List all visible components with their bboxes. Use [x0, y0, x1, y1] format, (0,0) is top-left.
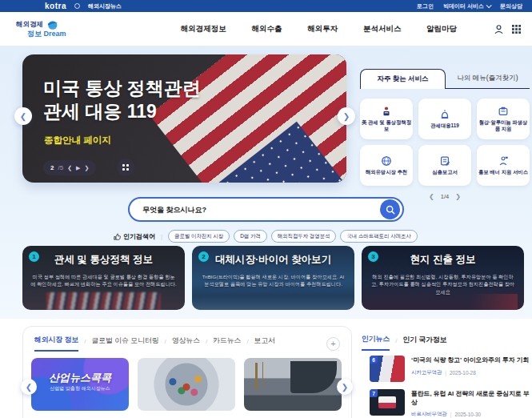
user-icon[interactable]: [494, 24, 504, 34]
promo-card-tariff-policy[interactable]: 1 관세 및 통상정책 정보 미국 정부 정책에 따른 관세대응 및 글로벌 통…: [22, 246, 185, 310]
tab-card-news[interactable]: 카드뉴스: [213, 336, 241, 351]
tab-video-news[interactable]: 영상뉴스: [172, 336, 200, 351]
chevron-down-icon: [486, 2, 492, 8]
thumbnail-shipyard-image[interactable]: [244, 358, 342, 411]
hero-page-total: /5: [58, 164, 63, 171]
bigdata-service-link[interactable]: 빅데이터 서비스: [443, 2, 490, 10]
promo-description: 미국 정부 정책에 따른 관세대응 및 글로벌 통상 환경 동향을 한눈에 확인…: [30, 273, 177, 288]
nav-item-analysis[interactable]: 분석서비스: [363, 24, 402, 34]
nav-item-export[interactable]: 해외수출: [252, 24, 282, 34]
logo-text-top: 해외경제: [16, 21, 43, 28]
news-date: 2025-10-30: [454, 412, 481, 417]
utility-bar: kotra 해외시장뉴스 로그인 빅데이터 서비스 문의상담: [0, 0, 532, 12]
news-source: 바르샤바무역관: [411, 411, 447, 418]
tab-overseas-market-info[interactable]: 해외시장 정보: [34, 336, 78, 352]
keyword-chip[interactable]: 해외직접투자 경영분석: [271, 230, 337, 243]
news-thumbnail-poland: 7: [370, 389, 405, 416]
report-icon: [439, 155, 450, 167]
siren-icon: [439, 109, 450, 120]
tab-global-issue-monitoring[interactable]: 글로벌 이슈 모니터링: [91, 336, 158, 351]
apps-grid-icon[interactable]: [512, 25, 521, 34]
news-thumbnail-flag: 6: [370, 356, 405, 382]
hero-subtitle: 종합안내 페이지: [44, 135, 111, 147]
banner-person-icon: [498, 155, 509, 167]
promo-title: 관세 및 통상정책 정보: [22, 253, 185, 267]
tab-separator: /: [246, 338, 248, 350]
popular-keywords-row: 인기검색어 | 글로벌 이차전지 시장 D램 가격 해외직접투자 경영분석 국내…: [114, 230, 450, 243]
overseas-market-news-link[interactable]: 해외시장뉴스: [88, 2, 122, 10]
promo-card-local-entry[interactable]: 3 현지 진출 정보 해외 진출에 필요한 최신법령, 시장동향, 투자유망분야…: [362, 246, 524, 310]
nav-menu: 해외경제정보 해외수출 해외투자 분석서비스 알림마당: [112, 24, 494, 34]
service-tile-us-tariff-policy[interactable]: 美 관세 및 통상정책정보: [360, 98, 413, 139]
search-input[interactable]: [142, 206, 380, 214]
hero-grid-view-button[interactable]: [117, 159, 134, 176]
quick-services-panel: 자주 찾는 서비스 나의 메뉴(즐겨찾기) 美 관세 및 통상정책정보 관세대응…: [360, 69, 530, 200]
tab-my-menu[interactable]: 나의 메뉴(즐겨찾기): [446, 69, 530, 89]
market-info-thumbnails: 산업뉴스콕콕 산업별 맞춤형 해외시장뉴스: [23, 352, 351, 411]
market-prev-button[interactable]: ❮: [21, 379, 37, 395]
promo-title: 현지 진출 정보: [362, 253, 524, 267]
tab-separator: /: [165, 338, 166, 350]
keyword-chip[interactable]: D램 가격: [234, 230, 267, 243]
news-source: 시카고무역관: [411, 369, 442, 376]
divider: |: [445, 370, 446, 376]
search-icon: [386, 205, 395, 215]
popular-news-card: 인기뉴스 / 인기 국가정보 6 ‘미국의 식량 창고’ 아이오와주의 투자 기…: [360, 326, 530, 418]
rank-badge: 6: [370, 356, 378, 364]
keyword-chip[interactable]: 글로벌 이차전지 시장: [168, 230, 230, 243]
nav-item-overseas-economy[interactable]: 해외경제정보: [181, 24, 226, 34]
contact-link[interactable]: 문의상담: [500, 2, 522, 10]
quick-prev-icon[interactable]: ❮: [429, 193, 434, 200]
popular-keywords-label: 인기검색어: [114, 232, 155, 241]
tab-popular-news[interactable]: 인기뉴스: [362, 335, 390, 351]
hero-banner[interactable]: 미국 통상 정책관련 관세 대응 119 종합안내 페이지 2 /5 ❮ ▶ ❯: [22, 54, 346, 183]
divider: |: [161, 233, 162, 240]
service-tile-promo-banner[interactable]: 홍보 배너 지원 서비스: [477, 145, 530, 186]
kotra-dream-homepage: kotra 해외시장뉴스 로그인 빅데이터 서비스 문의상담 해외경제 정보 D…: [0, 0, 532, 418]
promo-description: TriBIG(트라이빅)을 활용해 새로운 시장, 바이어를 찾아보세요. AI…: [200, 273, 346, 288]
promo-card-alt-market-buyer[interactable]: 2 대체시장·바이어 찾아보기 TriBIG(트라이빅)을 활용해 새로운 시장…: [192, 246, 354, 310]
news-item[interactable]: 6 ‘미국의 식량 창고’ 아이오와주의 투자 기회 시카고무역관 | 2025…: [370, 356, 530, 382]
banner-subtitle: 산업별 맞춤형 해외시장뉴스: [31, 385, 129, 392]
hero-prev-icon[interactable]: ❮: [67, 165, 72, 171]
search-bar: [128, 197, 404, 222]
tab-separator: /: [206, 338, 207, 350]
promo-description: 해외 진출에 필요한 최신법령, 시장동향, 투자유망분야 등 확인하고, 투자…: [370, 273, 516, 295]
news-title: ‘미국의 식량 창고’ 아이오와주의 투자 기회: [411, 356, 529, 365]
promo-title: 대체시장·바이어 찾아보기: [192, 253, 354, 267]
thumbnail-pharma-image[interactable]: [138, 358, 235, 411]
service-tile-indepth-report[interactable]: 심층보고서: [418, 145, 471, 186]
tab-separator: /: [395, 337, 397, 349]
tab-popular-country-info[interactable]: 인기 국가정보: [402, 336, 446, 350]
hero-play-icon[interactable]: ▶: [76, 165, 80, 171]
hero-page-current: 2: [50, 164, 54, 171]
plus-icon[interactable]: +: [326, 337, 340, 351]
carousel-next-button[interactable]: ❯: [338, 107, 355, 125]
service-tile-steel-aluminum[interactable]: 철강·알루미늄 파생상품 지원: [477, 98, 530, 139]
box-icon: [498, 106, 509, 117]
thumbnail-industry-news[interactable]: 산업뉴스콕콕 산업별 맞춤형 해외시장뉴스: [31, 358, 129, 411]
main-nav: 해외경제 정보 Dream 해외경제정보 해외수출 해외투자 분석서비스 알림마…: [0, 12, 532, 46]
market-next-button[interactable]: ❯: [337, 379, 353, 395]
podium-speaker-icon: [381, 106, 392, 117]
globe-icon: [74, 3, 80, 9]
grid-icon: [122, 164, 129, 171]
news-item[interactable]: 7 폴란드, 유럽 AI 전략의 새로운 중심지로 부상 바르샤바무역관 | 2…: [370, 389, 530, 418]
quick-next-icon[interactable]: ❯: [455, 193, 461, 200]
keyword-chip[interactable]: 국내 스마트팩토리 사례조사: [340, 230, 417, 243]
site-logo[interactable]: 해외경제 정보 Dream: [16, 20, 112, 38]
rank-badge: 7: [370, 389, 378, 397]
tab-frequent-services[interactable]: 자주 찾는 서비스: [360, 69, 446, 89]
quick-page-indicator: 1/4: [441, 193, 449, 200]
service-tile-tariff-119[interactable]: 관세대응119: [418, 98, 471, 139]
hero-next-icon[interactable]: ❯: [84, 165, 89, 171]
nav-item-investment[interactable]: 해외투자: [307, 24, 338, 34]
tab-separator: /: [84, 338, 86, 350]
login-link[interactable]: 로그인: [417, 2, 434, 10]
search-button[interactable]: [380, 199, 400, 219]
nav-item-notice[interactable]: 알림마당: [426, 24, 457, 34]
kotra-wordmark[interactable]: kotra: [45, 2, 66, 10]
tab-report[interactable]: 보고서: [254, 336, 275, 351]
carousel-prev-button[interactable]: ❮: [14, 107, 32, 125]
service-tile-promising-markets[interactable]: 해외유망시장 추천: [360, 145, 413, 186]
